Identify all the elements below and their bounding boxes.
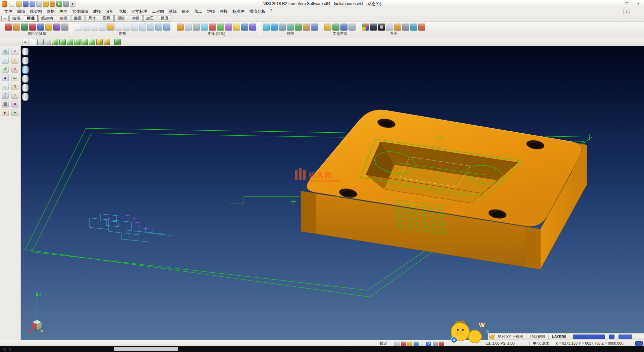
tab-machining[interactable]: 加工 bbox=[143, 15, 157, 22]
camera-icon[interactable] bbox=[303, 24, 310, 31]
menu-edit[interactable]: 编辑 bbox=[15, 8, 28, 15]
material-cube-icon[interactable] bbox=[439, 342, 444, 347]
menu-help[interactable]: ? bbox=[268, 8, 275, 15]
flag-icon[interactable]: ▸ bbox=[2, 109, 9, 116]
invert-selection-icon[interactable] bbox=[155, 24, 162, 31]
advanced-shading-icon[interactable] bbox=[249, 24, 256, 31]
selection-filter-icon[interactable] bbox=[29, 24, 36, 31]
wireframe-render-icon[interactable] bbox=[185, 24, 192, 31]
tab-dropdown-caret-icon[interactable]: ▼ bbox=[1, 16, 9, 21]
save-file-icon[interactable] bbox=[23, 1, 29, 7]
paint-attributes-icon[interactable] bbox=[5, 24, 12, 31]
show-surfaces-icon[interactable] bbox=[123, 24, 130, 31]
tab-modeling[interactable]: 建模 bbox=[57, 15, 70, 22]
undo-icon[interactable]: ↶ bbox=[43, 1, 49, 7]
ruler-icon[interactable]: ≡ bbox=[11, 92, 18, 99]
gear-icon[interactable] bbox=[433, 342, 438, 347]
sheet-icon[interactable]: ▭ bbox=[11, 74, 18, 81]
view-bottom-icon[interactable] bbox=[96, 39, 103, 45]
lock-toggle[interactable]: 锁定 bbox=[380, 340, 387, 347]
snap-point-icon[interactable]: + bbox=[2, 57, 9, 64]
window-menu-icon[interactable]: ≡ bbox=[22, 39, 29, 45]
new-workplane-icon[interactable] bbox=[324, 24, 331, 31]
menu-solid-edit[interactable]: 实体编辑 bbox=[70, 8, 91, 15]
display-settings-icon[interactable] bbox=[370, 24, 377, 31]
child-window-close-button[interactable]: × bbox=[624, 9, 630, 14]
clipboard-slot-2-icon[interactable] bbox=[22, 57, 28, 64]
rotate-view-icon[interactable] bbox=[295, 24, 302, 31]
new-drawing-icon[interactable] bbox=[75, 24, 82, 31]
menu-surface[interactable]: 曲面 bbox=[57, 8, 70, 15]
view-right-icon[interactable] bbox=[74, 39, 80, 45]
database-icon[interactable] bbox=[386, 24, 393, 31]
workplane-manager-icon[interactable] bbox=[348, 24, 356, 31]
trim-scissors-icon[interactable]: × bbox=[11, 48, 18, 55]
menu-die[interactable]: 冲模 bbox=[217, 8, 230, 15]
taskbar-icon[interactable] bbox=[3, 348, 6, 351]
save-all-icon[interactable] bbox=[30, 1, 35, 7]
extrude-icon[interactable]: ▲ bbox=[2, 74, 9, 81]
shaded-render-icon[interactable] bbox=[177, 24, 184, 31]
menu-machining[interactable]: 加工 bbox=[192, 8, 205, 15]
minimize-button[interactable]: – bbox=[610, 0, 621, 8]
section-view-icon[interactable] bbox=[209, 24, 216, 31]
menu-analysis[interactable]: 分析 bbox=[103, 8, 116, 15]
type-filter-icon[interactable] bbox=[53, 24, 60, 31]
filter-settings-icon[interactable] bbox=[61, 24, 68, 31]
refresh-view-icon[interactable] bbox=[311, 24, 318, 31]
view-back-icon[interactable] bbox=[89, 39, 95, 45]
color-filter-icon[interactable] bbox=[45, 24, 52, 31]
tab-standard[interactable]: 标准 bbox=[24, 15, 38, 22]
hidden-line-icon[interactable] bbox=[193, 24, 200, 31]
align-workplane-icon[interactable] bbox=[332, 24, 339, 31]
clipboard-slot-6-icon[interactable] bbox=[22, 93, 28, 100]
tab-dimension[interactable]: 尺寸 bbox=[86, 15, 99, 22]
open-file-icon[interactable] bbox=[16, 1, 22, 7]
tab-die[interactable]: 冲模 bbox=[129, 15, 143, 22]
menu-view[interactable]: 视图 bbox=[179, 8, 192, 15]
background-icon[interactable] bbox=[241, 24, 248, 31]
edit-note-icon[interactable] bbox=[420, 342, 425, 347]
show-wireframe-icon[interactable] bbox=[131, 24, 138, 31]
annotation-icon[interactable]: ¶ bbox=[11, 83, 18, 90]
render-settings-icon[interactable] bbox=[418, 24, 425, 31]
clipboard-slot-4-icon[interactable] bbox=[22, 75, 28, 82]
tab-application[interactable]: 应用 bbox=[100, 15, 114, 22]
edit-workplane-icon[interactable] bbox=[340, 24, 347, 31]
menu-file[interactable]: 文件 bbox=[2, 8, 15, 15]
tab-surface[interactable]: 曲面 bbox=[71, 15, 85, 22]
lighting-icon[interactable] bbox=[233, 24, 240, 31]
isolate-selection-icon[interactable] bbox=[163, 24, 170, 31]
hatch-icon[interactable]: ▨ bbox=[2, 100, 9, 107]
view-cube-wire-icon[interactable] bbox=[37, 39, 44, 45]
reference-sketch[interactable] bbox=[90, 214, 171, 242]
menu-standard-parts[interactable]: 标准件 bbox=[230, 8, 247, 15]
tab-wireframe[interactable]: 线架构 bbox=[38, 15, 56, 22]
box-select-icon[interactable] bbox=[139, 24, 146, 31]
rotate-entity-icon[interactable]: ↺ bbox=[2, 65, 9, 73]
match-properties-icon[interactable] bbox=[13, 24, 20, 31]
menu-flow-analysis[interactable]: 模流分析 bbox=[247, 8, 268, 15]
view-axon-icon[interactable] bbox=[104, 39, 110, 45]
pan-icon[interactable] bbox=[287, 24, 294, 31]
menu-electrode[interactable]: 电极 bbox=[116, 8, 129, 15]
graphics-viewport[interactable]: 模具网 Z bbox=[21, 46, 644, 340]
highlight-element-icon[interactable] bbox=[107, 24, 114, 31]
clipboard-slot-1-icon[interactable] bbox=[22, 48, 28, 55]
materials-icon[interactable] bbox=[217, 24, 224, 31]
view-cube-solid-icon[interactable] bbox=[45, 39, 51, 45]
menu-drafting[interactable]: 工程图 bbox=[150, 8, 166, 15]
tab-edit[interactable]: 编辑 bbox=[9, 15, 23, 22]
measure-icon[interactable]: ↔ bbox=[2, 83, 9, 90]
view-reference-label[interactable]: 绝对视图 bbox=[530, 334, 545, 339]
drawing-list-icon[interactable] bbox=[99, 24, 106, 31]
view-left-icon[interactable] bbox=[82, 39, 88, 45]
zoom-extents-icon[interactable] bbox=[263, 24, 270, 31]
palette-icon[interactable]: ● bbox=[11, 100, 18, 107]
tab-flow[interactable]: 模流 bbox=[158, 15, 171, 22]
view-iso-icon[interactable] bbox=[52, 39, 58, 45]
clipboard-slot-3-icon[interactable] bbox=[22, 66, 28, 73]
calculator-icon[interactable] bbox=[402, 24, 409, 31]
counter-icon[interactable]: 2 bbox=[2, 92, 9, 99]
active-color-swatch[interactable] bbox=[573, 335, 605, 339]
